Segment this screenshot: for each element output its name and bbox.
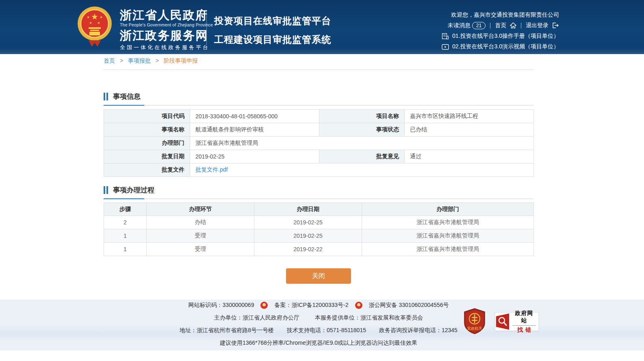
unread-messages-label: 未读消息 bbox=[448, 22, 471, 28]
party-shield-icon: 党政机关 bbox=[463, 308, 486, 334]
video-link[interactable]: 02.投资在线平台3.0演示视频（项目单位） bbox=[452, 43, 559, 50]
col-stage: 办理环节 bbox=[147, 203, 254, 216]
info-section-title: 事项信息 bbox=[113, 92, 141, 101]
project-name-label: 项目名称 bbox=[319, 110, 405, 123]
cell-step: 1 bbox=[104, 229, 147, 243]
approval-date-value: 2019-02-25 bbox=[190, 150, 319, 163]
approval-opinion-label: 批复意见 bbox=[319, 150, 405, 163]
close-button[interactable]: 关闭 bbox=[286, 268, 351, 284]
cell-stage: 受理 bbox=[147, 229, 254, 243]
security-emblem-icon bbox=[355, 302, 362, 309]
process-section-header: 事项办理过程 bbox=[104, 185, 533, 199]
address-text: 地址：浙江省杭州市省府路8号一号楼 bbox=[180, 327, 274, 334]
unread-count-badge[interactable]: 21 bbox=[472, 22, 486, 29]
site-code-text: 网站标识码：3300000069 bbox=[189, 302, 254, 309]
section-bar-icon bbox=[104, 186, 105, 194]
svg-text:★: ★ bbox=[97, 21, 100, 25]
col-department: 办理部门 bbox=[362, 203, 534, 216]
project-code-label: 项目代码 bbox=[104, 110, 190, 123]
unread-messages-link[interactable]: 未读消息21 bbox=[448, 22, 486, 29]
department-value: 浙江省嘉兴市港航管理局 bbox=[190, 137, 534, 150]
section-underline bbox=[104, 105, 533, 106]
site-badge-line2: 找错 bbox=[510, 326, 538, 334]
cell-stage: 办结 bbox=[147, 216, 254, 229]
process-table-wrap: 步骤 办理环节 办理日期 办理部门 2 办结 2019-02-25 浙江省嘉兴市… bbox=[104, 202, 533, 256]
approval-file-link[interactable]: 批复文件.pdf bbox=[195, 166, 228, 173]
approval-file-label: 批复文件 bbox=[104, 163, 190, 177]
cell-department: 浙江省嘉兴市港航管理局 bbox=[362, 216, 534, 229]
site-badge-line1: 政府网站 bbox=[512, 310, 536, 326]
icp-text: 备案：浙ICP备12000333号-2 bbox=[274, 302, 348, 309]
svg-text:★: ★ bbox=[87, 15, 89, 19]
national-emblem-icon: ★ ★ ★ ★ ★ bbox=[77, 6, 112, 48]
info-table-wrap: 项目代码 2018-330400-48-01-058065-000 项目名称 嘉… bbox=[104, 109, 533, 177]
table-row: 批复日期 2019-02-25 批复意见 通过 bbox=[104, 150, 534, 163]
table-row: 项目代码 2018-330400-48-01-058065-000 项目名称 嘉… bbox=[104, 110, 534, 123]
process-section-title: 事项办理过程 bbox=[113, 185, 154, 195]
item-status-label: 事项状态 bbox=[319, 123, 405, 137]
cell-department: 浙江省嘉兴市港航管理局 bbox=[362, 229, 534, 243]
table-row: 2 办结 2019-02-25 浙江省嘉兴市港航管理局 bbox=[104, 216, 534, 229]
party-badge[interactable]: 党政机关 bbox=[463, 308, 486, 334]
project-name-value: 嘉兴市市区快速路环线工程 bbox=[405, 110, 534, 123]
magnifier-icon bbox=[495, 312, 510, 331]
home-link[interactable]: 首页 bbox=[495, 22, 516, 29]
cell-department: 浙江省嘉兴市港航管理局 bbox=[362, 243, 534, 256]
manual-link[interactable]: 01.投资在线平台3.0操作手册（项目单位） bbox=[452, 33, 559, 40]
welcome-text: 欢迎您，嘉兴市交通投资集团有限责任公司 bbox=[442, 11, 559, 19]
video-link-row: 02.投资在线平台3.0演示视频（项目单位） bbox=[442, 43, 559, 51]
breadcrumb: 首页 > 事项报批 > 阶段事项申报 bbox=[104, 57, 533, 70]
table-header-row: 步骤 办理环节 办理日期 办理部门 bbox=[104, 203, 534, 216]
header-quick-links: 未读消息21 首页 退出登录 bbox=[442, 22, 559, 30]
site-error-report-badge[interactable]: 政府网站 找错 bbox=[495, 312, 539, 331]
national-emblem-logo: ★ ★ ★ ★ ★ bbox=[77, 6, 112, 48]
info-section-header: 事项信息 bbox=[104, 91, 533, 106]
party-badge-label: 党政机关 bbox=[467, 326, 483, 331]
platform-title-2: 工程建设项目审批监管系统 bbox=[214, 33, 331, 46]
table-row: 事项名称 航道通航条件影响评价审核 事项状态 已办结 bbox=[104, 123, 534, 137]
svg-text:★: ★ bbox=[89, 21, 92, 25]
section-bar-icon bbox=[106, 93, 108, 100]
table-row: 办理部门 浙江省嘉兴市港航管理局 bbox=[104, 137, 534, 150]
organizer-text: 主办单位：浙江省人民政府办公厅 bbox=[214, 314, 299, 322]
col-step: 步骤 bbox=[104, 203, 147, 216]
item-status-value: 已办结 bbox=[405, 123, 534, 137]
gov-title: 浙江省人民政府 bbox=[120, 9, 213, 22]
col-date: 办理日期 bbox=[254, 203, 362, 216]
item-name-value: 航道通航条件影响评价审核 bbox=[190, 123, 319, 137]
section-underline bbox=[104, 198, 533, 199]
table-row: 批复文件 批复文件.pdf bbox=[104, 163, 534, 177]
link-separator bbox=[490, 23, 490, 28]
link-separator bbox=[521, 23, 521, 28]
logout-link[interactable]: 退出登录 bbox=[526, 22, 559, 29]
svg-text:★: ★ bbox=[100, 15, 102, 19]
manual-link-row: 01.投资在线平台3.0操作手册（项目单位） bbox=[442, 32, 559, 40]
video-play-icon bbox=[442, 44, 449, 50]
breadcrumb-item-approval[interactable]: 事项报批 bbox=[128, 57, 151, 64]
site-error-badge-text: 政府网站 找错 bbox=[510, 310, 538, 334]
gov-title-en: The People's Government of Zhejiang Prov… bbox=[120, 22, 213, 27]
cell-step: 1 bbox=[104, 243, 147, 256]
logout-link-label: 退出登录 bbox=[526, 22, 549, 28]
logout-icon bbox=[552, 22, 559, 28]
portal-title: 浙江政务服务网 bbox=[120, 29, 213, 42]
project-code-value: 2018-330400-48-01-058065-000 bbox=[190, 110, 319, 123]
cell-step: 2 bbox=[104, 216, 147, 229]
process-table: 步骤 办理环节 办理日期 办理部门 2 办结 2019-02-25 浙江省嘉兴市… bbox=[104, 202, 534, 256]
tech-phone-text: 技术支持电话：0571-85118015 bbox=[287, 327, 366, 334]
table-row: 1 受理 2019-02-22 浙江省嘉兴市港航管理局 bbox=[104, 243, 534, 256]
browser-tip-text: 建议使用1366*768分辨率/Chrome浏览器/IE9.0或以上浏览器访问达… bbox=[220, 339, 417, 347]
home-icon bbox=[510, 22, 516, 28]
security-text: 浙公网安备 33010602004556号 bbox=[369, 302, 449, 309]
info-table: 项目代码 2018-330400-48-01-058065-000 项目名称 嘉… bbox=[104, 109, 534, 177]
department-label: 办理部门 bbox=[104, 137, 190, 150]
page: ★ ★ ★ ★ ★ 浙江省人民政府 The People's Governmen… bbox=[0, 0, 644, 361]
item-name-label: 事项名称 bbox=[104, 123, 190, 137]
brand-block: 浙江省人民政府 The People's Government of Zheji… bbox=[120, 9, 213, 51]
footer: 网站标识码：3300000069 备案：浙ICP备12000333号-2 浙公网… bbox=[0, 300, 644, 350]
cell-date: 2019-02-25 bbox=[254, 229, 362, 243]
header: ★ ★ ★ ★ ★ 浙江省人民政府 The People's Governmen… bbox=[0, 0, 644, 54]
breadcrumb-home[interactable]: 首页 bbox=[104, 57, 115, 64]
approval-opinion-value: 通过 bbox=[405, 150, 534, 163]
section-bar-icon bbox=[104, 93, 105, 100]
